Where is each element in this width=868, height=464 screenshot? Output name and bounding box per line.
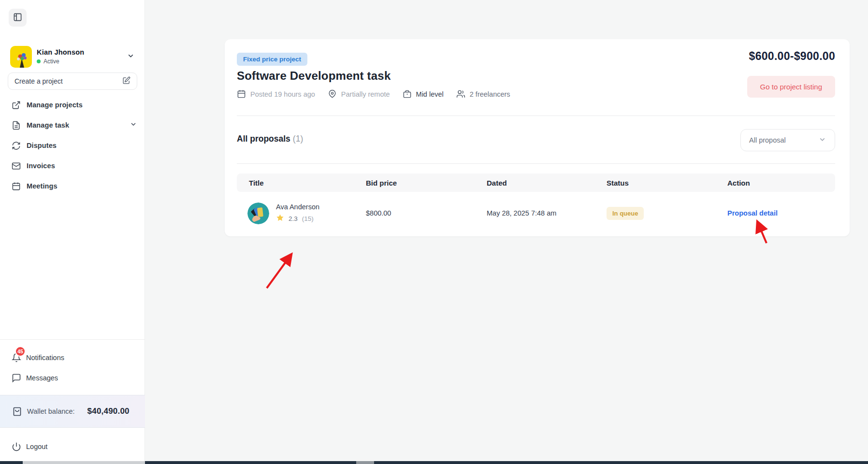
scrollbar-track[interactable] <box>356 461 374 464</box>
menu-label: Manage task <box>27 121 69 129</box>
menu-label: Disputes <box>27 142 57 149</box>
proposals-heading: All proposals(1) <box>237 134 303 144</box>
edit-pencil-icon <box>122 76 130 86</box>
scrollbar-thumb[interactable] <box>374 461 868 464</box>
map-pin-icon <box>328 89 337 99</box>
logout-label: Logout <box>26 443 47 450</box>
sidebar-item-messages[interactable]: Messages <box>0 368 145 388</box>
annotation-arrow-1 <box>267 256 290 288</box>
level-text: Mid level <box>416 90 444 98</box>
dated-cell: May 28, 2025 7:48 am <box>487 209 607 217</box>
power-icon <box>12 442 21 451</box>
proposal-detail-link[interactable]: Proposal detail <box>727 209 778 217</box>
sidebar-divider <box>0 339 145 340</box>
proposals-table-header: Title Bid price Dated Status Action <box>237 174 835 192</box>
proposals-heading-text: All proposals <box>237 134 290 144</box>
status-cell: In queue <box>607 207 727 220</box>
sidebar-item-invoices[interactable]: Invoices <box>0 156 145 176</box>
proposal-filter-value: All proposal <box>749 136 786 144</box>
price-range: $600.00-$900.00 <box>749 50 835 63</box>
card-divider <box>237 163 835 164</box>
sidebar: Kian Jhonson Active Create a project Man… <box>0 0 145 461</box>
sidebar-toggle-button[interactable] <box>9 9 27 27</box>
users-icon <box>456 89 465 99</box>
briefcase-icon <box>403 89 412 99</box>
status-badge: In queue <box>607 207 644 220</box>
refresh-arrows-icon <box>12 141 21 150</box>
project-meta-row: Posted 19 hours ago Partially remote Mid… <box>237 89 516 99</box>
wallet-balance-label: Wallet balance: <box>27 407 75 415</box>
wallet-balance-amount: $40,490.00 <box>87 406 130 416</box>
calendar-icon <box>237 89 246 99</box>
sidebar-item-notifications[interactable]: 45 Notifications <box>0 348 145 368</box>
star-icon <box>276 214 284 224</box>
freelancer-rating: 2.3 <box>289 215 298 222</box>
active-status-dot <box>37 59 41 63</box>
level-meta: Mid level <box>403 89 444 99</box>
proposal-filter-dropdown[interactable]: All proposal <box>740 129 835 151</box>
posted-text: Posted 19 hours ago <box>250 90 315 98</box>
project-detail-card: Fixed price project Software Development… <box>225 39 850 236</box>
calendar-icon <box>12 182 21 191</box>
sidebar-item-disputes[interactable]: Disputes <box>0 135 145 156</box>
notifications-label: Notifications <box>26 354 64 362</box>
chevron-down-icon <box>127 52 135 62</box>
column-header-bid-price: Bid price <box>366 179 487 187</box>
create-project-label: Create a project <box>14 77 63 85</box>
card-divider <box>237 116 835 116</box>
freelancers-meta: 2 freelancers <box>456 89 510 99</box>
messages-label: Messages <box>26 374 58 382</box>
shopping-bag-icon <box>12 406 22 417</box>
chevron-down-icon <box>818 135 826 145</box>
bid-price-cell: $800.00 <box>366 209 487 217</box>
scrollbar-thumb[interactable] <box>145 461 356 464</box>
freelancer-review-count: (15) <box>302 215 314 222</box>
user-name: Kian Jhonson <box>37 48 127 56</box>
user-status: Active <box>43 58 59 65</box>
column-header-dated: Dated <box>487 179 607 187</box>
menu-label: Manage projects <box>27 101 83 109</box>
go-to-project-listing-button[interactable]: Go to project listing <box>747 76 835 98</box>
sidebar-item-manage-task[interactable]: Manage task <box>0 115 145 135</box>
location-meta: Partially remote <box>328 89 390 99</box>
bell-icon: 45 <box>12 353 21 362</box>
sidebar-item-meetings[interactable]: Meetings <box>0 176 145 196</box>
action-cell: Proposal detail <box>727 209 835 218</box>
table-row: Ava Anderson 2.3 (15) $800.00 May 28, 20… <box>237 192 835 234</box>
user-profile[interactable]: Kian Jhonson Active <box>10 45 135 68</box>
notifications-badge: 45 <box>15 346 26 357</box>
horizontal-scrollbar[interactable] <box>0 461 868 464</box>
document-icon <box>12 121 21 130</box>
chevron-down-icon <box>130 120 137 130</box>
freelancer-cell: Ava Anderson 2.3 (15) <box>247 203 366 224</box>
scrollbar-thumb[interactable] <box>0 461 23 464</box>
logout-button[interactable]: Logout <box>0 436 145 457</box>
scrollbar-track[interactable] <box>23 461 145 464</box>
freelancer-name: Ava Anderson <box>276 203 319 211</box>
column-header-action: Action <box>727 179 835 187</box>
proposals-count: (1) <box>293 134 303 144</box>
menu-label: Invoices <box>27 162 55 170</box>
freelancer-avatar <box>247 203 269 224</box>
panel-layout-icon <box>13 13 22 23</box>
chat-bubble-icon <box>12 373 21 383</box>
freelancers-text: 2 freelancers <box>470 90 510 98</box>
create-project-button[interactable]: Create a project <box>8 72 137 90</box>
column-header-title: Title <box>249 179 366 187</box>
project-title: Software Development task <box>237 69 391 83</box>
envelope-icon <box>12 161 21 171</box>
avatar <box>10 46 32 68</box>
location-text: Partially remote <box>341 90 390 98</box>
project-type-badge: Fixed price project <box>237 53 307 66</box>
column-header-status: Status <box>607 179 727 187</box>
posted-meta: Posted 19 hours ago <box>237 89 315 99</box>
wallet-balance-section: Wallet balance: $40,490.00 <box>0 395 145 428</box>
sidebar-menu: Manage projects Manage task Disputes Inv… <box>0 95 145 196</box>
menu-label: Meetings <box>27 182 58 190</box>
external-link-icon <box>12 101 21 110</box>
sidebar-item-manage-projects[interactable]: Manage projects <box>0 95 145 115</box>
